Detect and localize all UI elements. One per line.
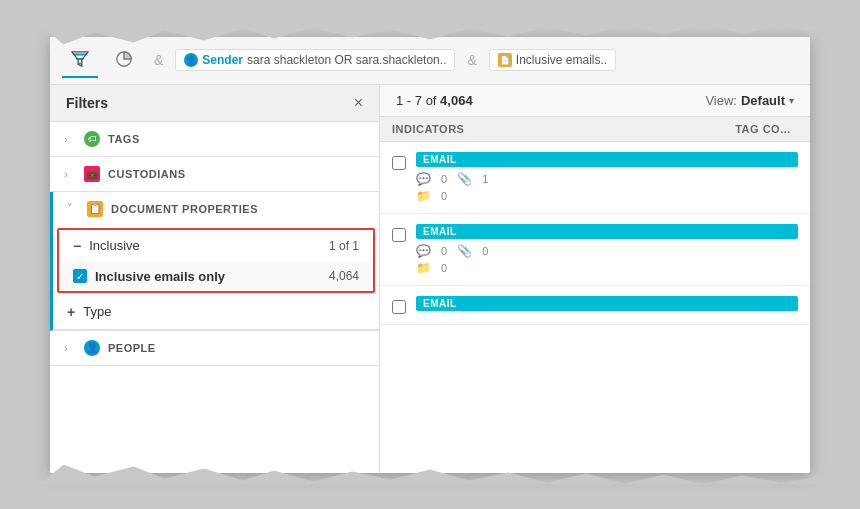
- sender-chip-value: sara shackleton OR sara.shackleton..: [247, 53, 446, 67]
- results-header: 1 - 7 of 4,064 View: Default ▾: [380, 85, 810, 117]
- row-2-comment-count: 0: [441, 245, 447, 257]
- custodians-icon: 💼: [84, 166, 100, 182]
- row-2-checkbox[interactable]: [392, 228, 406, 242]
- doc-chip-icon: 📄: [498, 53, 512, 67]
- sender-chip-icon: 👤: [184, 53, 198, 67]
- row-3-email-badge: EMAIL: [416, 296, 798, 311]
- row-1-meta: 💬 0 📎 1 📁 0: [416, 172, 798, 203]
- people-label: PEOPLE: [108, 342, 156, 354]
- row-3-indicators: EMAIL: [416, 296, 798, 311]
- main-area: Filters × › 🏷 TAGS › 💼 CUST: [50, 85, 810, 473]
- custodians-section: › 💼 CUSTODIANS: [50, 157, 379, 192]
- filters-panel: Filters × › 🏷 TAGS › 💼 CUST: [50, 85, 380, 473]
- row-2-email-badge: EMAIL: [416, 224, 798, 239]
- doc-properties-label: DOCUMENT PROPERTIES: [111, 203, 258, 215]
- doc-properties-chevron: ˅: [67, 202, 79, 215]
- inclusive-chip-value: Inclusive emails..: [516, 53, 607, 67]
- doc-properties-section: ˅ 📋 DOCUMENT PROPERTIES − Inclusive 1 o: [50, 192, 379, 331]
- row-2-indicators: EMAIL 💬 0 📎 0 📁 0: [416, 224, 798, 275]
- inclusive-title: Inclusive: [89, 238, 140, 253]
- inclusive-minus-icon: −: [73, 238, 81, 254]
- filters-title: Filters: [66, 95, 108, 111]
- filter-button[interactable]: [62, 42, 98, 78]
- row-1-meta-row-2: 📁 0: [416, 189, 798, 203]
- email-row: EMAIL 💬 0 📎 1 📁 0: [380, 142, 810, 214]
- view-dropdown-arrow: ▾: [789, 95, 794, 106]
- doc-properties-icon: 📋: [87, 201, 103, 217]
- tags-label: TAGS: [108, 133, 140, 145]
- custodians-label: CUSTODIANS: [108, 168, 186, 180]
- email-row-2: EMAIL 💬 0 📎 0 📁 0: [380, 214, 810, 286]
- filters-close-button[interactable]: ×: [354, 95, 363, 111]
- view-value: Default: [741, 93, 785, 108]
- people-section-header[interactable]: › 👤 PEOPLE: [50, 331, 379, 365]
- type-plus-icon: +: [67, 304, 75, 320]
- inclusive-item-label: Inclusive emails only: [95, 269, 225, 284]
- view-selector[interactable]: View: Default ▾: [705, 93, 794, 108]
- results-table-header: INDICATORS TAG CO...: [380, 117, 810, 142]
- separator-2: &: [463, 52, 480, 68]
- row-3-checkbox[interactable]: [392, 300, 406, 314]
- comment-icon-2: 💬: [416, 244, 431, 258]
- row-2-meta-row-1: 💬 0 📎 0: [416, 244, 798, 258]
- view-label: View:: [705, 93, 737, 108]
- inclusive-item: ✓ Inclusive emails only 4,064: [59, 262, 373, 291]
- separator-1: &: [150, 52, 167, 68]
- indicators-header: INDICATORS: [392, 123, 728, 135]
- inclusive-checkbox[interactable]: ✓: [73, 269, 87, 283]
- toolbar: & 👤 Sender sara shackleton OR sara.shack…: [50, 37, 810, 85]
- results-range: 1 - 7 of 4,064: [396, 93, 473, 108]
- people-chevron: ›: [64, 342, 76, 354]
- row-1-attachment-count: 1: [482, 173, 488, 185]
- email-row-3: EMAIL: [380, 286, 810, 325]
- results-panel: 1 - 7 of 4,064 View: Default ▾ INDICATOR…: [380, 85, 810, 473]
- attachment-icon-2: 📎: [457, 244, 472, 258]
- doc-properties-header[interactable]: ˅ 📋 DOCUMENT PROPERTIES: [53, 192, 379, 226]
- row-1-email-badge: EMAIL: [416, 152, 798, 167]
- row-2-meta-row-2: 📁 0: [416, 261, 798, 275]
- row-1-comment-count: 0: [441, 173, 447, 185]
- row-1-folder-count: 0: [441, 190, 447, 202]
- tags-section-header[interactable]: › 🏷 TAGS: [50, 122, 379, 156]
- row-1-indicators: EMAIL 💬 0 📎 1 📁 0: [416, 152, 798, 203]
- comment-icon-1: 💬: [416, 172, 431, 186]
- people-icon: 👤: [84, 340, 100, 356]
- row-2-meta: 💬 0 📎 0 📁 0: [416, 244, 798, 275]
- folder-icon-1: 📁: [416, 189, 431, 203]
- attachment-icon-1: 📎: [457, 172, 472, 186]
- people-section: › 👤 PEOPLE: [50, 331, 379, 366]
- row-2-attachment-count: 0: [482, 245, 488, 257]
- row-1-checkbox[interactable]: [392, 156, 406, 170]
- inclusive-chip[interactable]: 📄 Inclusive emails..: [489, 49, 616, 71]
- row-2-folder-count: 0: [441, 262, 447, 274]
- tags-section: › 🏷 TAGS: [50, 122, 379, 157]
- type-label: Type: [83, 304, 111, 319]
- filters-header: Filters ×: [50, 85, 379, 122]
- inclusive-item-count: 4,064: [329, 269, 359, 283]
- folder-icon-2: 📁: [416, 261, 431, 275]
- custodians-chevron: ›: [64, 168, 76, 180]
- custodians-section-header[interactable]: › 💼 CUSTODIANS: [50, 157, 379, 191]
- inclusive-header[interactable]: − Inclusive 1 of 1: [59, 230, 373, 262]
- inclusive-count: 1 of 1: [329, 239, 359, 253]
- tags-chevron: ›: [64, 133, 76, 145]
- row-1-meta-row-1: 💬 0 📎 1: [416, 172, 798, 186]
- inclusive-section: − Inclusive 1 of 1 ✓ Inclusive emails on…: [57, 228, 375, 293]
- type-header[interactable]: + Type: [53, 295, 379, 330]
- inclusive-item-left: ✓ Inclusive emails only: [73, 269, 225, 284]
- chart-button[interactable]: [106, 42, 142, 78]
- sender-chip[interactable]: 👤 Sender sara shackleton OR sara.shackle…: [175, 49, 455, 71]
- results-count: 1 - 7 of 4,064: [396, 93, 473, 108]
- tags-icon: 🏷: [84, 131, 100, 147]
- inclusive-left: − Inclusive: [73, 238, 140, 254]
- sender-chip-label: Sender: [202, 53, 243, 67]
- tag-count-header: TAG CO...: [728, 123, 798, 135]
